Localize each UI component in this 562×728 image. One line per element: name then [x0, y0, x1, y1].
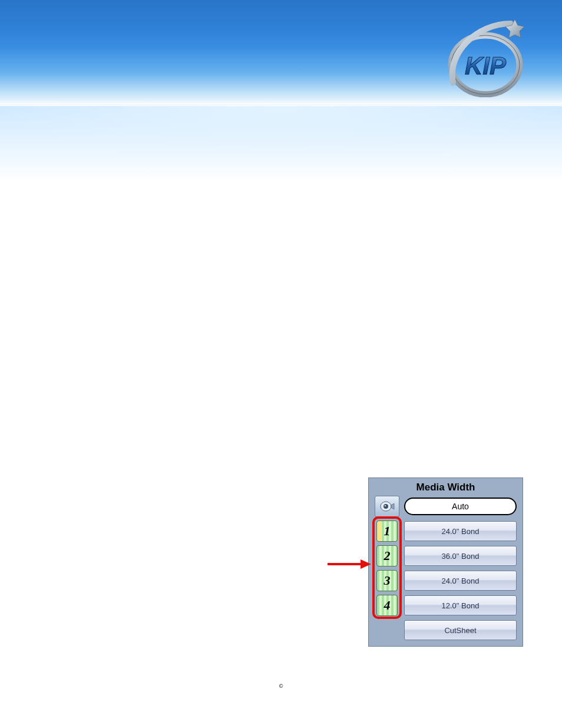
- header-fade: [0, 106, 562, 183]
- roll-3-button[interactable]: 24.0" Bond: [404, 571, 517, 591]
- svg-point-4: [385, 505, 386, 507]
- media-width-title: Media Width: [375, 482, 517, 493]
- roll-1-icon[interactable]: 1: [376, 521, 398, 542]
- media-row-auto: Auto: [375, 496, 517, 517]
- highlight-arrow-icon: [328, 559, 371, 569]
- media-row-1: 1 24.0" Bond: [375, 521, 517, 542]
- roll-2-icon[interactable]: 2: [376, 545, 398, 566]
- header-divider: [0, 103, 562, 106]
- webcam-icon[interactable]: [375, 496, 399, 517]
- media-row-cutsheet: CutSheet: [375, 620, 517, 641]
- svg-point-3: [384, 504, 388, 509]
- roll-3-icon[interactable]: 3: [376, 570, 398, 591]
- roll-4-button[interactable]: 12.0" Bond: [404, 595, 517, 615]
- cutsheet-button[interactable]: CutSheet: [404, 620, 517, 640]
- auto-button[interactable]: Auto: [404, 498, 517, 515]
- brand-logo: KIP: [441, 18, 527, 97]
- brand-logo-text: KIP: [465, 52, 507, 80]
- roll-2-button[interactable]: 36.0" Bond: [404, 546, 517, 566]
- roll-1-button[interactable]: 24.0" Bond: [404, 521, 517, 541]
- media-row-2: 2 36.0" Bond: [375, 545, 517, 566]
- media-row-4: 4 12.0" Bond: [375, 595, 517, 616]
- media-row-3: 3 24.0" Bond: [375, 570, 517, 591]
- roll-4-icon[interactable]: 4: [376, 595, 398, 616]
- media-width-panel: Media Width Auto 1 24.0" Bond 2 36.0" Bo…: [368, 477, 523, 647]
- header-band: KIP: [0, 0, 562, 106]
- copyright-symbol: ©: [0, 683, 562, 689]
